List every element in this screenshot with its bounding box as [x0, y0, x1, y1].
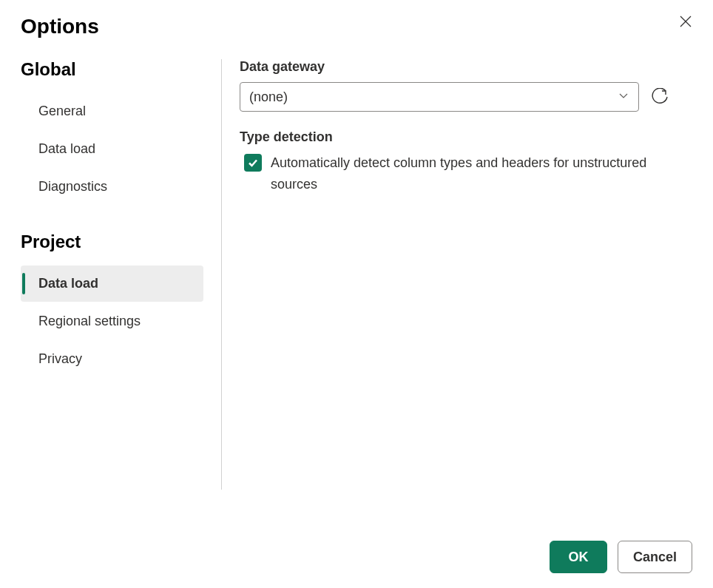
button-label: Cancel [633, 550, 677, 565]
checkmark-icon [247, 157, 259, 169]
data-gateway-label: Data gateway [240, 59, 692, 75]
nav-item-label: Diagnostics [38, 179, 107, 194]
auto-detect-label: Automatically detect column types and he… [271, 152, 685, 195]
section-header-project: Project [21, 232, 203, 252]
close-button[interactable] [676, 12, 695, 33]
dialog-footer: OK Cancel [21, 526, 692, 573]
nav-item-global-data-load[interactable]: Data load [21, 131, 203, 167]
section-header-global: Global [21, 59, 203, 80]
dropdown-value: (none) [249, 89, 288, 105]
nav-item-diagnostics[interactable]: Diagnostics [21, 169, 203, 205]
data-gateway-row: (none) [240, 82, 692, 112]
type-detection-row: Automatically detect column types and he… [240, 152, 692, 195]
nav-item-label: Regional settings [38, 314, 141, 328]
dialog-body: Global General Data load Diagnostics Pro… [21, 59, 692, 526]
nav-item-privacy[interactable]: Privacy [21, 341, 203, 377]
dialog-header: Options [21, 15, 692, 59]
auto-detect-checkbox[interactable] [244, 154, 262, 172]
data-gateway-dropdown[interactable]: (none) [240, 82, 639, 112]
nav-item-regional-settings[interactable]: Regional settings [21, 303, 203, 339]
nav-item-label: Data load [38, 141, 95, 156]
chevron-down-icon [618, 89, 629, 105]
ok-button[interactable]: OK [550, 541, 607, 573]
close-icon [679, 15, 692, 28]
content-pane: Data gateway (none) Ty [222, 59, 692, 526]
refresh-button[interactable] [648, 85, 672, 109]
options-dialog: Options Global General Data load Diagnos… [0, 0, 713, 588]
refresh-icon [651, 88, 669, 106]
nav-item-label: Data load [38, 276, 98, 291]
nav-item-label: General [38, 104, 86, 118]
nav-item-label: Privacy [38, 351, 82, 366]
nav-item-project-data-load[interactable]: Data load [21, 266, 203, 302]
cancel-button[interactable]: Cancel [618, 541, 692, 573]
nav-item-general[interactable]: General [21, 93, 203, 129]
dialog-title: Options [21, 15, 99, 38]
button-label: OK [568, 550, 588, 565]
type-detection-label: Type detection [240, 129, 692, 145]
sidebar: Global General Data load Diagnostics Pro… [21, 59, 222, 490]
